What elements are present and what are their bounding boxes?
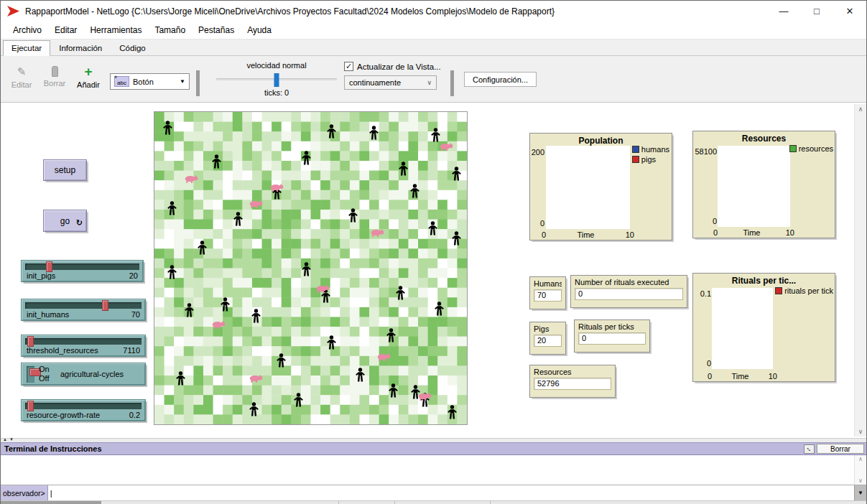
observer-prompt-label: observador>: [1, 485, 48, 500]
human-turtle: [451, 231, 462, 248]
chevron-down-icon: ∨: [427, 79, 432, 86]
menu-archivo[interactable]: Archivo: [6, 22, 48, 38]
minimize-button[interactable]: —: [767, 1, 800, 22]
bottom-strip: [1, 500, 866, 504]
human-turtle: [388, 383, 399, 401]
human-turtle: [301, 151, 312, 168]
diagonal-arrows-icon: ↔: [805, 444, 814, 454]
tab-bar: Ejecutar Información Código: [1, 39, 866, 56]
slider-handle[interactable]: [27, 336, 34, 347]
close-button[interactable]: ✕: [833, 1, 866, 22]
menu-bar: Archivo Editar Herramientas Tamaño Pesta…: [1, 22, 866, 39]
scroll-up-icon[interactable]: ∧: [855, 106, 866, 113]
terminal-splitter[interactable]: ▲▼: [1, 438, 866, 442]
human-turtle: [167, 265, 177, 282]
edit-widget-button[interactable]: ✎ Editar: [8, 65, 35, 89]
slider-resource-growth-rate[interactable]: resource-growth-rate 0.2: [21, 399, 146, 421]
human-turtle: [220, 297, 231, 314]
terminal-output[interactable]: ∧ ∨: [1, 454, 866, 485]
human-turtle: [355, 368, 366, 385]
scroll-up-icon[interactable]: ∧: [855, 456, 866, 462]
forever-icon: ↻: [76, 218, 83, 228]
expand-terminal-button[interactable]: ↔: [804, 444, 815, 454]
slider-handle[interactable]: [27, 401, 34, 411]
human-turtle: [249, 402, 259, 419]
plot-rituals: Rituals per tic... 0.1 0 0 Time 10 ritua…: [692, 273, 835, 382]
chevron-down-icon: ▼: [180, 78, 185, 85]
legend-swatch-resources: [789, 145, 797, 152]
human-turtle: [398, 162, 409, 179]
pencil-icon: ✎: [8, 65, 35, 78]
human-turtle: [409, 184, 420, 201]
scroll-down-icon[interactable]: ∨: [855, 477, 866, 484]
tab-ejecutar[interactable]: Ejecutar: [3, 40, 50, 56]
human-turtle: [434, 302, 445, 319]
plot-area: [546, 146, 630, 229]
plot-title: Resources: [693, 134, 835, 144]
pig-turtle: [249, 373, 263, 386]
human-turtle: [395, 286, 406, 303]
switch-agricultural-cycles[interactable]: On Off agricultural-cycles: [21, 363, 146, 386]
slider-threshold-resources[interactable]: threshold_resources 7110: [21, 335, 146, 357]
setup-button[interactable]: setup: [43, 159, 87, 181]
widget-type-value: Botón: [133, 78, 154, 86]
view-updates-group: ✓ Actualizar de la Vista... continuament…: [344, 62, 441, 90]
tab-informacion[interactable]: Información: [50, 40, 111, 56]
legend-swatch-rituals: [775, 287, 782, 294]
tab-codigo[interactable]: Código: [111, 40, 154, 56]
terminal-scrollbar[interactable]: ∧ ∨: [854, 455, 866, 485]
slider-init-pigs[interactable]: init_pigs 20: [21, 260, 144, 282]
netlogo-window: RappaportModel - NetLogo {C:\Users\Jorge…: [0, 0, 867, 504]
command-input[interactable]: |: [48, 485, 854, 500]
monitor-humans: Humans 70: [529, 276, 566, 309]
world-view[interactable]: [154, 111, 468, 425]
speed-slider[interactable]: [216, 78, 337, 80]
scroll-down-icon[interactable]: ∨: [855, 428, 866, 435]
menu-herramientas[interactable]: Herramientas: [83, 22, 148, 38]
view-updates-label: Actualizar de la Vista...: [357, 62, 441, 71]
human-turtle: [301, 262, 312, 279]
plot-legend: rituals per tick: [775, 286, 833, 297]
terminal-header: Terminal de Instrucciones ↔ Borrar: [1, 442, 866, 454]
history-dropdown-button[interactable]: ▼: [854, 485, 866, 500]
slider-handle[interactable]: [46, 261, 52, 272]
widget-type-dropdown[interactable]: abc Botón ▼: [110, 73, 190, 90]
delete-widget-button[interactable]: Borrar: [41, 65, 68, 88]
netlogo-logo-icon: [7, 6, 19, 17]
plus-icon: +: [74, 65, 103, 78]
slider-init-humans[interactable]: init_humans 70: [21, 299, 146, 321]
toolbar: ✎ Editar Borrar + Añadir abc Botón ▼ vel…: [1, 56, 866, 103]
human-turtle: [326, 124, 337, 141]
speed-slider-group: velocidad normal ticks: 0: [216, 61, 337, 97]
go-button[interactable]: go ↻: [43, 210, 87, 232]
terminal-title: Terminal de Instrucciones: [3, 444, 102, 453]
human-turtle: [348, 208, 358, 225]
add-widget-button[interactable]: + Añadir: [74, 65, 103, 89]
turtle-layer: [154, 112, 467, 424]
update-mode-dropdown[interactable]: continuamente ∨: [344, 75, 437, 90]
human-turtle: [175, 371, 186, 388]
view-updates-checkbox[interactable]: ✓: [344, 62, 353, 71]
toolbar-separator: [450, 70, 454, 96]
title-bar: RappaportModel - NetLogo {C:\Users\Jorge…: [1, 1, 866, 22]
settings-button[interactable]: Configuración...: [464, 72, 537, 87]
splitter-handle-icon[interactable]: ▲▼: [3, 437, 16, 442]
menu-ayuda[interactable]: Ayuda: [241, 22, 278, 38]
menu-tamano[interactable]: Tamaño: [148, 22, 192, 38]
pig-turtle: [269, 182, 284, 195]
eraser-icon: [52, 66, 58, 77]
ticks-counter: ticks: 0: [216, 88, 337, 97]
clear-terminal-button[interactable]: Borrar: [817, 444, 864, 454]
slider-handle[interactable]: [102, 300, 108, 311]
human-turtle: [386, 328, 397, 345]
human-turtle: [326, 335, 337, 353]
plot-title: Population: [530, 136, 672, 146]
plot-area: [718, 146, 790, 227]
menu-pestanas[interactable]: Pestañas: [192, 22, 241, 38]
main-vertical-scrollbar[interactable]: ∧ ∨: [854, 104, 866, 437]
human-turtle: [184, 303, 195, 320]
maximize-button[interactable]: □: [800, 1, 833, 22]
human-turtle: [451, 167, 462, 184]
menu-editar[interactable]: Editar: [48, 22, 83, 38]
speed-slider-handle[interactable]: [274, 73, 279, 87]
